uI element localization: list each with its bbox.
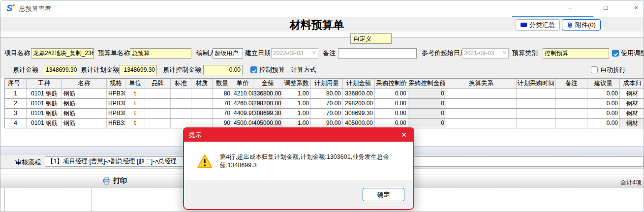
column-header[interactable]: 建议量 (587, 79, 620, 89)
table-cell[interactable] (556, 89, 587, 98)
table-cell[interactable]: 0101 钢筋 (27, 119, 62, 128)
total-ctrl-field[interactable]: 0.00 (203, 65, 243, 75)
table-row[interactable]: 10101 钢筋钢筋HPB300t804210.00336800.001.008… (5, 89, 644, 99)
table-cell[interactable]: 钢筋 (62, 109, 107, 118)
table-cell[interactable]: 90.00 (311, 119, 343, 128)
table-cell[interactable]: 405000.00 (343, 119, 375, 128)
table-cell[interactable] (145, 89, 171, 98)
ctrl-budget-checkbox[interactable] (250, 66, 257, 73)
table-cell[interactable]: HPB300 (107, 99, 125, 108)
table-cell[interactable]: 钢材 (620, 119, 644, 128)
table-cell[interactable]: 1.00 (282, 119, 311, 128)
table-cell[interactable] (171, 109, 191, 118)
table-cell[interactable] (191, 119, 213, 128)
table-cell[interactable]: 70 (213, 109, 232, 118)
table-cell[interactable]: 70.00 (311, 99, 343, 108)
table-cell[interactable] (171, 119, 191, 128)
table-cell[interactable] (446, 119, 517, 128)
column-header[interactable]: 单位 (125, 79, 145, 89)
print-button[interactable]: 打印 (103, 177, 127, 185)
table-cell[interactable]: 70.00 (311, 109, 343, 118)
table-row[interactable]: 20101 钢筋钢筋HPB300t704260.00298200.001.007… (5, 99, 644, 109)
table-cell[interactable]: 4409.99 (232, 109, 253, 118)
table-cell[interactable]: 钢筋 (62, 99, 107, 108)
table-cell[interactable] (171, 99, 191, 108)
table-cell[interactable] (556, 99, 587, 108)
column-header[interactable]: 标准 (171, 79, 191, 89)
use-adjust-checkbox[interactable] (612, 50, 619, 57)
dialog-close-icon[interactable]: ✕ (399, 128, 408, 142)
column-header[interactable]: 序号 (5, 79, 27, 89)
table-cell[interactable]: 336800.00 (343, 89, 375, 98)
table-cell[interactable]: 钢材 (620, 109, 644, 118)
table-cell[interactable]: 2 (5, 99, 27, 108)
minimize-button[interactable]: – (563, 2, 577, 13)
column-header[interactable]: 数量 (213, 79, 232, 89)
table-cell[interactable]: 1.00 (282, 109, 311, 118)
table-cell[interactable] (191, 99, 213, 108)
creator-field[interactable]: 超级用户 (213, 48, 243, 59)
table-cell[interactable] (191, 109, 213, 118)
table-cell[interactable] (446, 99, 517, 108)
table-cell[interactable]: HPB300 (107, 89, 125, 98)
table-cell[interactable]: 0 (408, 99, 446, 108)
table-cell[interactable]: 80 (213, 89, 232, 98)
table-cell[interactable] (145, 99, 171, 108)
table-cell[interactable] (517, 109, 556, 118)
column-header[interactable]: 备注 (556, 79, 587, 89)
table-cell[interactable]: t (125, 99, 145, 108)
remark-field[interactable] (338, 48, 417, 59)
table-cell[interactable]: 90 (213, 119, 232, 128)
column-header[interactable]: 金额 (253, 79, 282, 89)
column-header[interactable]: 单价 (232, 79, 253, 89)
table-cell[interactable]: 336800.00 (253, 89, 282, 98)
column-header[interactable]: 计划金额 (343, 79, 375, 89)
column-header[interactable]: 规格 (107, 79, 125, 89)
table-cell[interactable]: 钢筋 (62, 89, 107, 98)
table-cell[interactable]: 0101 钢筋 (27, 99, 62, 108)
table-cell[interactable] (556, 119, 587, 128)
table-cell[interactable] (171, 89, 191, 98)
table-cell[interactable]: 0101 钢筋 (27, 89, 62, 98)
column-header[interactable]: 计划用量 (311, 79, 343, 89)
table-cell[interactable]: 308699.30 (253, 109, 282, 118)
table-cell[interactable]: 0.00 (375, 119, 408, 128)
table-cell[interactable]: HPB300 (107, 109, 125, 118)
table-cell[interactable]: 308699.30 (343, 109, 375, 118)
column-header[interactable]: 调整系数 (282, 79, 311, 89)
table-cell[interactable]: 0.00 (375, 89, 408, 98)
table-cell[interactable] (517, 99, 556, 108)
table-cell[interactable] (145, 119, 171, 128)
close-button[interactable]: × (629, 2, 643, 13)
table-cell[interactable] (446, 109, 517, 118)
project-field[interactable]: 龙鼎2#2地块_复制_2360 (31, 48, 94, 59)
auto-wrap-checkbox[interactable] (591, 66, 598, 73)
column-header[interactable]: 计划采购时间 (517, 79, 556, 89)
table-row[interactable]: 30101 钢筋钢筋HPB300t704409.99308699.301.007… (5, 109, 644, 119)
table-row[interactable]: 40101 钢筋钢筋HRB335t904500.00405000.001.009… (5, 119, 644, 128)
table-cell[interactable]: 钢材 (620, 89, 644, 98)
table-cell[interactable]: 0.00 (587, 109, 620, 118)
table-cell[interactable] (191, 89, 213, 98)
table-cell[interactable]: 0.00 (587, 99, 620, 108)
column-header[interactable]: 工种 (27, 79, 62, 89)
column-header[interactable]: 品牌 (145, 79, 171, 89)
table-cell[interactable]: 80.00 (311, 89, 343, 98)
table-cell[interactable]: 钢材 (620, 99, 644, 108)
table-cell[interactable]: 4210.00 (232, 89, 253, 98)
total-plan-field[interactable]: 1348699.30 (120, 65, 157, 75)
table-cell[interactable]: 298200.00 (343, 99, 375, 108)
total-amount-field[interactable]: 1348699.30 (44, 65, 77, 75)
table-cell[interactable] (517, 89, 556, 98)
table-cell[interactable] (556, 109, 587, 118)
column-header[interactable]: 换算关系 (446, 79, 517, 89)
table-cell[interactable]: 0 (408, 89, 446, 98)
column-header[interactable]: 成本归 (620, 79, 644, 89)
column-header[interactable]: 名称 (62, 79, 107, 89)
budget-type-field[interactable]: 控制预算 (543, 48, 609, 59)
table-cell[interactable] (446, 89, 517, 98)
table-cell[interactable]: 0 (408, 119, 446, 128)
custom-tag[interactable]: 自定义 (350, 33, 392, 44)
table-cell[interactable] (517, 119, 556, 128)
ok-button[interactable]: 确定 (363, 188, 404, 201)
